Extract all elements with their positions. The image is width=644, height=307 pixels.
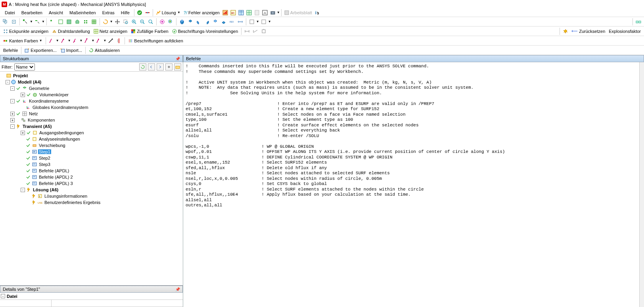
show-vertices-button[interactable]: Eckpunkte anzeigen — [2, 27, 50, 35]
expander-transient[interactable]: - — [10, 124, 15, 129]
edge-4-icon[interactable] — [83, 37, 90, 44]
view-back-icon[interactable] — [187, 18, 194, 25]
tree-volumen[interactable]: Volumenkörper — [38, 92, 69, 97]
tree-kompon[interactable]: Komponenten — [27, 118, 56, 122]
refresh-button[interactable]: Aktualisieren — [87, 46, 121, 54]
tree-geometrie[interactable]: Geometrie — [28, 86, 50, 91]
view-toggle-icon[interactable] — [237, 18, 244, 25]
tree-losung[interactable]: Lösung (A6) — [32, 187, 59, 192]
tree-losinfo[interactable]: Lösungsinformationen — [44, 194, 88, 198]
show-errors-icon[interactable] — [144, 9, 151, 16]
tree-globkoord[interactable]: Globales Koordinatensystem — [32, 105, 89, 110]
tree-benutzer[interactable]: Benutzerdefiniertes Ergebnis — [44, 200, 101, 205]
tree-step3[interactable]: Step3 — [38, 162, 51, 167]
export-button[interactable]: Exportieren... — [23, 46, 58, 54]
menu-extras[interactable]: Extras — [99, 10, 118, 16]
expander-komp[interactable]: + — [10, 118, 15, 122]
sel-vertex-icon[interactable] — [22, 18, 29, 25]
show-mesh-button[interactable]: Netz anzeigen — [92, 27, 129, 35]
expander-koord[interactable]: - — [10, 99, 15, 103]
tree-ausgangs[interactable]: Ausgangsbedingungen — [38, 130, 85, 135]
tree-netz[interactable]: Netz — [28, 111, 39, 116]
tree-step1[interactable]: Step1 — [38, 149, 51, 154]
rotate-icon[interactable] — [102, 18, 109, 25]
edge-2-icon[interactable] — [60, 37, 67, 44]
zoom-box-icon[interactable] — [122, 18, 129, 25]
pick-node-icon[interactable] — [82, 18, 89, 25]
tree-verschieb[interactable]: Verschiebung — [38, 143, 66, 148]
pin-icon[interactable]: 📌 — [175, 57, 180, 61]
doc-icon[interactable] — [253, 9, 261, 16]
filter-refresh-icon[interactable] — [139, 63, 146, 71]
filter-expand-icon[interactable] — [165, 63, 172, 71]
edge-3-icon[interactable] — [72, 37, 79, 44]
table-2-icon[interactable] — [245, 9, 253, 16]
table-1-icon[interactable] — [238, 9, 245, 16]
expander-modell[interactable]: - — [6, 80, 10, 84]
menu-bearbeiten[interactable]: Bearbeiten — [18, 10, 46, 16]
abc-icon[interactable]: ab — [230, 9, 237, 16]
tree-koord[interactable]: Koordinatensysteme — [28, 99, 69, 103]
menu-hilfe[interactable]: Hilfe — [118, 10, 133, 16]
thicken-icon[interactable] — [115, 37, 123, 44]
wireframe-toggle-icon[interactable] — [248, 18, 255, 25]
menu-ansicht[interactable]: Ansicht — [46, 10, 66, 16]
shade-toggle-icon[interactable] — [260, 18, 267, 25]
show-faults-button[interactable]: ?/ Fehler anzeigen — [182, 9, 221, 17]
reset-button[interactable]: ⟵Zurücksetzen — [570, 27, 607, 35]
edge-6-icon[interactable] — [107, 37, 114, 44]
expander-geometrie[interactable]: - — [10, 86, 15, 91]
dim-2-icon[interactable] — [252, 28, 259, 35]
wireframe-button[interactable]: Drahtdarstellung — [50, 27, 92, 35]
zoom-sel-icon[interactable] — [167, 18, 174, 25]
pin-icon[interactable]: 📌 — [175, 287, 180, 292]
expander-netz[interactable]: + — [10, 112, 15, 116]
tree-bapdl[interactable]: Befehle (APDL) — [38, 168, 70, 173]
dim-1-icon[interactable] — [243, 28, 251, 35]
expand-tree-icon[interactable] — [2, 18, 9, 25]
commands-button[interactable]: Befehle — [2, 46, 19, 54]
chart-1-icon[interactable] — [222, 9, 229, 16]
edge-5-icon[interactable] — [95, 37, 102, 44]
annotation-prefs-button[interactable]: Beschriftungs-Voreinstellungen — [171, 27, 240, 35]
random-colors-button[interactable]: Zufällige Farben — [129, 27, 170, 35]
sel-edge-icon[interactable] — [34, 18, 41, 25]
tree-step2[interactable]: Step2 — [38, 156, 51, 160]
filter-next-icon[interactable] — [157, 63, 164, 71]
zoom-fit-icon[interactable] — [147, 18, 154, 25]
details-expander[interactable]: - — [1, 294, 5, 298]
pick-edge-icon[interactable] — [57, 18, 64, 25]
vertical-scrollbar[interactable] — [639, 62, 644, 307]
explode-icon[interactable] — [562, 28, 569, 35]
tree-modell[interactable]: Modell (A4) — [17, 80, 42, 84]
menu-masseinheiten[interactable]: Maßeinheiten — [66, 10, 99, 16]
expander-volumen[interactable]: + — [21, 93, 25, 97]
view-top-icon[interactable] — [212, 18, 219, 25]
assembly-icon[interactable] — [635, 18, 642, 25]
tree-transient[interactable]: Transient (A5) — [22, 124, 52, 129]
filter-select[interactable]: Name — [14, 63, 35, 71]
menu-datei[interactable]: Datei — [2, 10, 18, 16]
look-at-icon[interactable] — [159, 18, 166, 25]
dim-3-icon[interactable] — [260, 28, 267, 35]
edge-1-icon[interactable] — [48, 37, 55, 44]
worksheet-button[interactable]: Arbeitsblatt — [283, 9, 314, 17]
zoom-in-icon[interactable] — [130, 18, 138, 25]
expander-ausgangs[interactable]: + — [21, 131, 25, 135]
pan-icon[interactable] — [114, 18, 121, 25]
annotate-a-icon[interactable]: A — [261, 9, 268, 16]
pick-body-icon[interactable] — [74, 18, 81, 25]
check-ok-icon[interactable] — [136, 9, 143, 16]
commands-code[interactable]: ! Commands inserted into this file will … — [183, 62, 639, 307]
info-cursor-icon[interactable]: i — [314, 9, 321, 16]
camera-icon[interactable] — [269, 9, 276, 16]
expander-losung[interactable]: - — [21, 188, 25, 192]
filter-prev-icon[interactable] — [148, 63, 155, 71]
filter-folder-icon[interactable] — [174, 63, 181, 71]
tree-projekt[interactable]: Projekt — [12, 73, 29, 78]
view-bottom-icon[interactable] — [220, 18, 227, 25]
zoom-out-icon[interactable] — [139, 18, 146, 25]
tree-bapdl3[interactable]: Befehle (APDL) 3 — [38, 181, 74, 186]
thicken-annotations-button[interactable]: Beschriftungen aufdicken — [126, 37, 185, 45]
outline-tree[interactable]: Projekt -Modell (A4) -Geometrie +Volumen… — [0, 72, 183, 285]
